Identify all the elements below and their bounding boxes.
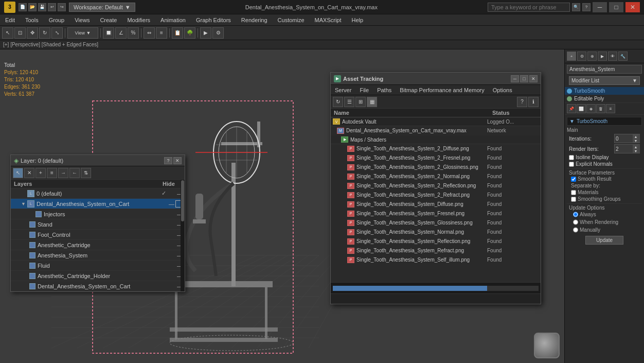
update-button[interactable]: Update	[585, 236, 623, 245]
asset-maps-group-row[interactable]: ▶ Maps / Shaders	[331, 135, 541, 144]
asset-file-row-2[interactable]: P Single_Tooth_Anesthesia_System_2_Gloss…	[331, 163, 541, 172]
viewport-orientation-gizmo[interactable]	[531, 330, 562, 361]
menu-create[interactable]: Create	[95, 16, 122, 24]
render-setup[interactable]: ⚙	[212, 27, 224, 39]
modify-panel-icon[interactable]: ⚙	[577, 51, 586, 61]
menu-maxscript[interactable]: MAXScript	[310, 16, 347, 24]
asset-refresh-btn[interactable]: ↻	[333, 97, 343, 107]
layer-row-foot[interactable]: Foot_Control —	[11, 230, 185, 240]
menu-customize[interactable]: Customize	[273, 16, 310, 24]
move-tool[interactable]: ✥	[27, 27, 38, 39]
menu-rendering[interactable]: Rendering	[236, 16, 273, 24]
render-iters-down-btn[interactable]: ▼	[633, 149, 639, 153]
layer-row-fluid[interactable]: Fluid —	[11, 261, 185, 271]
menu-animation[interactable]: Animation	[155, 16, 191, 24]
asset-file-row-11[interactable]: P Single_Tooth_Anesthesia_System_Refract…	[331, 246, 541, 255]
sort-layers-btn[interactable]: ⇅	[81, 168, 91, 178]
iterations-up-btn[interactable]: ▲	[633, 134, 639, 139]
motion-panel-icon[interactable]: ▶	[598, 51, 607, 61]
asset-list-view-btn[interactable]: ☰	[344, 97, 354, 107]
asset-file-row-0[interactable]: P Single_Tooth_Anesthesia_System_2_Diffu…	[331, 144, 541, 153]
asset-menu-options[interactable]: Options	[489, 86, 516, 94]
move-to-layer-btn[interactable]: →	[58, 168, 68, 178]
asset-file-row-6[interactable]: P Single_Tooth_Anesthesia_System_Diffuse…	[331, 200, 541, 209]
delete-layer-btn[interactable]: ✕	[24, 168, 34, 178]
asset-menu-paths[interactable]: Paths	[373, 86, 396, 94]
manually-radio[interactable]	[573, 227, 578, 233]
layer-row-stand[interactable]: Stand —	[11, 219, 185, 230]
explicit-normals-checkbox[interactable]	[569, 162, 574, 167]
layer-mgr[interactable]: 📋	[172, 27, 183, 39]
redo-icon[interactable]: ↪	[58, 3, 66, 11]
select-region-tool[interactable]: ⊡	[14, 27, 26, 39]
render-iters-spinner[interactable]: 2 ▲ ▼	[614, 144, 640, 153]
asset-info-btn[interactable]: ℹ	[528, 97, 539, 107]
align-tool[interactable]: ≡	[156, 27, 167, 39]
snap-toggle[interactable]: 🔲	[103, 27, 114, 39]
rotate-tool[interactable]: ↻	[39, 27, 50, 39]
turbosmooth-entry[interactable]: TurboSmooth	[565, 87, 644, 95]
show-end-result-btn[interactable]: ⬜	[577, 104, 586, 113]
configure-mod-sets-btn[interactable]: ≡	[606, 104, 615, 113]
utility-panel-icon[interactable]: 🔧	[618, 51, 628, 61]
workspace-dropdown[interactable]: Workspace: Default ▼	[69, 3, 135, 12]
editable-poly-entry[interactable]: Editable Poly	[565, 95, 644, 102]
asset-menu-file[interactable]: File	[355, 86, 373, 94]
save-icon[interactable]: 💾	[38, 3, 46, 11]
menu-graph-editors[interactable]: Graph Editors	[191, 16, 236, 24]
layer-row-anesthesia[interactable]: Anesthesia_System —	[11, 250, 185, 261]
menu-views[interactable]: Views	[69, 16, 95, 24]
add-layer-btn[interactable]: +	[35, 168, 46, 178]
undo-icon[interactable]: ↩	[48, 3, 56, 11]
asset-file-row-7[interactable]: P Single_Tooth_Anesthesia_System_Fresnel…	[331, 209, 541, 218]
reference-coord[interactable]: View ▼	[67, 27, 98, 39]
layer-row-default[interactable]: L 0 (default) ✓ —	[11, 188, 185, 199]
help-icon[interactable]: ?	[582, 3, 591, 11]
search-btn[interactable]: 🔍	[572, 3, 580, 11]
asset-file-row-1[interactable]: P Single_Tooth_Anesthesia_System_2_Fresn…	[331, 153, 541, 163]
asset-file-row-8[interactable]: P Single_Tooth_Anesthesia_System_Glossin…	[331, 218, 541, 228]
asset-file-row-9[interactable]: P Single_Tooth_Anesthesia_System_Normal.…	[331, 228, 541, 237]
move-from-layer-btn[interactable]: ←	[69, 168, 80, 178]
asset-file-row-4[interactable]: P Single_Tooth_Anesthesia_System_2_Refle…	[331, 181, 541, 191]
layer-row-holder[interactable]: Anesthetic_Cartridge_Holder —	[11, 271, 185, 281]
keyword-search-input[interactable]	[488, 3, 570, 12]
menu-help[interactable]: Help	[347, 16, 369, 24]
modifier-list-dropdown[interactable]: Modifier List ▼	[569, 76, 640, 85]
render-btn[interactable]: ▶	[200, 27, 211, 39]
smoothing-groups-checkbox[interactable]	[571, 197, 576, 202]
scene-explorer[interactable]: 🌳	[184, 27, 195, 39]
turbosmooth-header[interactable]: ▼ TurboSmooth	[567, 117, 642, 126]
hierarchy-panel-icon[interactable]: ⊕	[587, 51, 597, 61]
remove-mod-btn[interactable]: 🗑	[596, 104, 605, 113]
make-unique-btn[interactable]: ◈	[586, 104, 596, 113]
display-panel-icon[interactable]: 👁	[608, 51, 617, 61]
iterations-down-btn[interactable]: ▼	[633, 139, 639, 143]
asset-menu-server[interactable]: Server	[331, 86, 355, 94]
asset-menu-bitmap[interactable]: Bitmap Performance and Memory	[396, 86, 488, 94]
when-rendering-radio[interactable]	[573, 219, 578, 226]
layer-row-injectors[interactable]: Injectors —	[11, 209, 185, 219]
layer-row-dental[interactable]: ▼ L Dental_Anesthesia_System_on_Cart —	[11, 199, 185, 209]
always-radio[interactable]	[573, 211, 578, 218]
object-name-field[interactable]: Anesthesia_System	[567, 65, 642, 74]
layers-close-btn[interactable]: ✕	[173, 157, 182, 164]
asset-help-btn[interactable]: ?	[517, 97, 527, 107]
asset-maximize-btn[interactable]: □	[520, 75, 528, 82]
materials-checkbox[interactable]	[571, 190, 576, 195]
close-button[interactable]: ✕	[625, 2, 640, 12]
asset-file-row-12[interactable]: P Single_Tooth_Anesthesia_System_Self_il…	[331, 255, 541, 265]
minimize-button[interactable]: ─	[593, 2, 607, 12]
asset-vault-row[interactable]: V Autodesk Vault Logged O...	[331, 117, 541, 126]
smooth-result-checkbox[interactable]	[571, 177, 576, 182]
create-panel-icon[interactable]: +	[567, 51, 576, 61]
menu-edit[interactable]: Edit	[0, 16, 20, 24]
select-objects-btn[interactable]: ↖	[13, 168, 23, 178]
select-tool[interactable]: ↖	[2, 27, 13, 39]
asset-file-row-3[interactable]: P Single_Tooth_Anesthesia_System_2_Norma…	[331, 172, 541, 181]
asset-minimize-btn[interactable]: ─	[511, 75, 519, 82]
iterations-spinner[interactable]: 0 ▲ ▼	[614, 134, 640, 143]
mirror-tool[interactable]: ⇔	[144, 27, 155, 39]
angle-snap[interactable]: ∠	[115, 27, 127, 39]
menu-tools[interactable]: Tools	[20, 16, 44, 24]
